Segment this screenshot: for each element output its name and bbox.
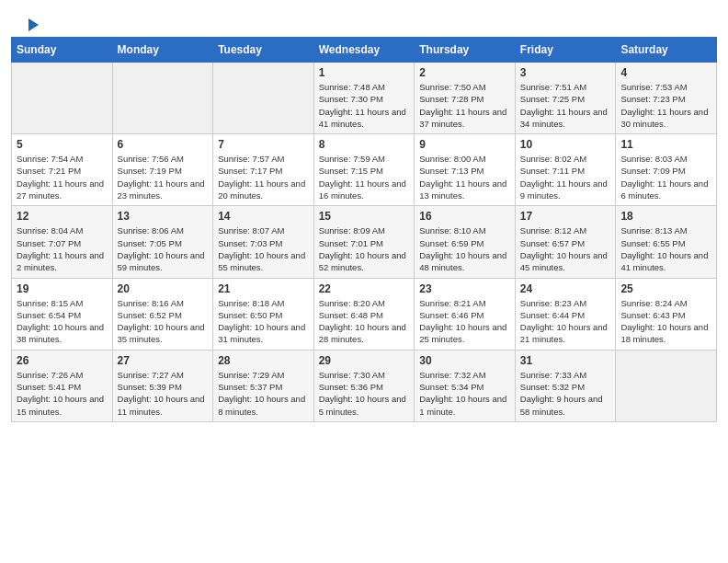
day-number: 10 <box>520 138 611 151</box>
calendar-cell: 30Sunrise: 7:32 AM Sunset: 5:34 PM Dayli… <box>415 350 516 421</box>
day-header-monday: Monday <box>112 38 213 63</box>
day-number: 17 <box>520 210 611 223</box>
day-header-sunday: Sunday <box>12 38 113 63</box>
week-row-0: 1Sunrise: 7:48 AM Sunset: 7:30 PM Daylig… <box>12 63 717 134</box>
calendar-cell: 20Sunrise: 8:16 AM Sunset: 6:52 PM Dayli… <box>112 278 213 350</box>
day-number: 8 <box>319 138 410 151</box>
calendar-cell: 26Sunrise: 7:26 AM Sunset: 5:41 PM Dayli… <box>12 350 113 421</box>
calendar-cell <box>12 63 113 134</box>
day-number: 26 <box>17 354 108 367</box>
day-number: 15 <box>319 210 410 223</box>
day-info: Sunrise: 7:53 AM Sunset: 7:23 PM Dayligh… <box>620 81 711 130</box>
calendar-cell: 7Sunrise: 7:57 AM Sunset: 7:17 PM Daylig… <box>213 134 314 206</box>
day-info: Sunrise: 8:03 AM Sunset: 7:09 PM Dayligh… <box>620 153 711 201</box>
day-info: Sunrise: 7:51 AM Sunset: 7:25 PM Dayligh… <box>520 81 611 130</box>
day-info: Sunrise: 8:15 AM Sunset: 6:54 PM Dayligh… <box>17 297 108 346</box>
day-info: Sunrise: 8:23 AM Sunset: 6:44 PM Dayligh… <box>520 297 611 346</box>
day-header-friday: Friday <box>515 38 616 63</box>
day-number: 18 <box>620 210 711 223</box>
calendar-cell: 9Sunrise: 8:00 AM Sunset: 7:13 PM Daylig… <box>415 134 516 206</box>
day-info: Sunrise: 8:12 AM Sunset: 6:57 PM Dayligh… <box>520 224 611 273</box>
day-number: 22 <box>319 282 410 295</box>
calendar-cell: 25Sunrise: 8:24 AM Sunset: 6:43 PM Dayli… <box>616 278 717 350</box>
day-info: Sunrise: 7:27 AM Sunset: 5:39 PM Dayligh… <box>118 369 209 418</box>
logo <box>22 17 40 29</box>
day-number: 4 <box>620 66 711 79</box>
day-number: 16 <box>419 210 510 223</box>
calendar-cell: 31Sunrise: 7:33 AM Sunset: 5:32 PM Dayli… <box>515 350 616 421</box>
day-info: Sunrise: 7:57 AM Sunset: 7:17 PM Dayligh… <box>218 153 309 201</box>
calendar-cell: 27Sunrise: 7:27 AM Sunset: 5:39 PM Dayli… <box>112 350 213 421</box>
calendar-cell: 22Sunrise: 8:20 AM Sunset: 6:48 PM Dayli… <box>313 278 415 350</box>
day-number: 30 <box>419 354 510 367</box>
day-info: Sunrise: 8:24 AM Sunset: 6:43 PM Dayligh… <box>620 297 711 346</box>
calendar-table: SundayMondayTuesdayWednesdayThursdayFrid… <box>11 37 717 422</box>
day-info: Sunrise: 7:26 AM Sunset: 5:41 PM Dayligh… <box>17 369 108 418</box>
calendar-cell: 23Sunrise: 8:21 AM Sunset: 6:46 PM Dayli… <box>415 278 516 350</box>
calendar-cell: 2Sunrise: 7:50 AM Sunset: 7:28 PM Daylig… <box>415 63 516 134</box>
day-number: 5 <box>17 138 108 151</box>
day-info: Sunrise: 8:02 AM Sunset: 7:11 PM Dayligh… <box>520 153 611 201</box>
day-number: 21 <box>218 282 309 295</box>
day-number: 1 <box>319 66 410 79</box>
calendar-cell: 21Sunrise: 8:18 AM Sunset: 6:50 PM Dayli… <box>213 278 314 350</box>
logo-icon <box>24 17 40 33</box>
calendar-cell: 15Sunrise: 8:09 AM Sunset: 7:01 PM Dayli… <box>313 206 415 278</box>
day-number: 25 <box>620 282 711 295</box>
day-info: Sunrise: 8:04 AM Sunset: 7:07 PM Dayligh… <box>17 224 108 273</box>
day-header-row: SundayMondayTuesdayWednesdayThursdayFrid… <box>12 38 717 63</box>
day-info: Sunrise: 8:10 AM Sunset: 6:59 PM Dayligh… <box>419 224 510 273</box>
calendar-cell: 16Sunrise: 8:10 AM Sunset: 6:59 PM Dayli… <box>415 206 516 278</box>
day-info: Sunrise: 8:16 AM Sunset: 6:52 PM Dayligh… <box>118 297 209 346</box>
calendar-cell: 10Sunrise: 8:02 AM Sunset: 7:11 PM Dayli… <box>515 134 616 206</box>
day-info: Sunrise: 8:13 AM Sunset: 6:55 PM Dayligh… <box>620 224 711 273</box>
day-number: 31 <box>520 354 611 367</box>
day-number: 23 <box>419 282 510 295</box>
day-info: Sunrise: 7:29 AM Sunset: 5:37 PM Dayligh… <box>218 369 309 418</box>
week-row-2: 12Sunrise: 8:04 AM Sunset: 7:07 PM Dayli… <box>12 206 717 278</box>
day-number: 6 <box>118 138 209 151</box>
svg-marker-0 <box>28 18 39 31</box>
calendar-cell: 14Sunrise: 8:07 AM Sunset: 7:03 PM Dayli… <box>213 206 314 278</box>
calendar-cell: 13Sunrise: 8:06 AM Sunset: 7:05 PM Dayli… <box>112 206 213 278</box>
day-info: Sunrise: 8:00 AM Sunset: 7:13 PM Dayligh… <box>419 153 510 201</box>
calendar-cell: 1Sunrise: 7:48 AM Sunset: 7:30 PM Daylig… <box>313 63 415 134</box>
day-info: Sunrise: 7:30 AM Sunset: 5:36 PM Dayligh… <box>319 369 410 418</box>
day-header-thursday: Thursday <box>415 38 516 63</box>
calendar-cell: 19Sunrise: 8:15 AM Sunset: 6:54 PM Dayli… <box>12 278 113 350</box>
day-number: 14 <box>218 210 309 223</box>
calendar-cell: 18Sunrise: 8:13 AM Sunset: 6:55 PM Dayli… <box>616 206 717 278</box>
calendar-cell: 24Sunrise: 8:23 AM Sunset: 6:44 PM Dayli… <box>515 278 616 350</box>
day-number: 9 <box>419 138 510 151</box>
calendar-cell: 12Sunrise: 8:04 AM Sunset: 7:07 PM Dayli… <box>12 206 113 278</box>
day-info: Sunrise: 8:09 AM Sunset: 7:01 PM Dayligh… <box>319 224 410 273</box>
week-row-3: 19Sunrise: 8:15 AM Sunset: 6:54 PM Dayli… <box>12 278 717 350</box>
calendar-cell <box>213 63 314 134</box>
calendar-cell: 29Sunrise: 7:30 AM Sunset: 5:36 PM Dayli… <box>313 350 415 421</box>
day-number: 7 <box>218 138 309 151</box>
calendar-wrapper: SundayMondayTuesdayWednesdayThursdayFrid… <box>0 37 728 433</box>
calendar-cell <box>112 63 213 134</box>
day-info: Sunrise: 8:20 AM Sunset: 6:48 PM Dayligh… <box>319 297 410 346</box>
calendar-cell: 3Sunrise: 7:51 AM Sunset: 7:25 PM Daylig… <box>515 63 616 134</box>
day-info: Sunrise: 7:32 AM Sunset: 5:34 PM Dayligh… <box>419 369 510 418</box>
day-header-tuesday: Tuesday <box>213 38 314 63</box>
day-number: 20 <box>118 282 209 295</box>
calendar-cell: 28Sunrise: 7:29 AM Sunset: 5:37 PM Dayli… <box>213 350 314 421</box>
day-info: Sunrise: 8:18 AM Sunset: 6:50 PM Dayligh… <box>218 297 309 346</box>
day-number: 3 <box>520 66 611 79</box>
day-header-wednesday: Wednesday <box>313 38 415 63</box>
day-info: Sunrise: 7:48 AM Sunset: 7:30 PM Dayligh… <box>319 81 410 130</box>
calendar-cell: 17Sunrise: 8:12 AM Sunset: 6:57 PM Dayli… <box>515 206 616 278</box>
day-number: 29 <box>319 354 410 367</box>
day-number: 13 <box>118 210 209 223</box>
day-number: 28 <box>218 354 309 367</box>
day-info: Sunrise: 7:59 AM Sunset: 7:15 PM Dayligh… <box>319 153 410 201</box>
day-number: 12 <box>17 210 108 223</box>
day-info: Sunrise: 8:21 AM Sunset: 6:46 PM Dayligh… <box>419 297 510 346</box>
day-info: Sunrise: 8:07 AM Sunset: 7:03 PM Dayligh… <box>218 224 309 273</box>
calendar-cell: 6Sunrise: 7:56 AM Sunset: 7:19 PM Daylig… <box>112 134 213 206</box>
calendar-cell: 11Sunrise: 8:03 AM Sunset: 7:09 PM Dayli… <box>616 134 717 206</box>
day-info: Sunrise: 8:06 AM Sunset: 7:05 PM Dayligh… <box>118 224 209 273</box>
day-info: Sunrise: 7:50 AM Sunset: 7:28 PM Dayligh… <box>419 81 510 130</box>
